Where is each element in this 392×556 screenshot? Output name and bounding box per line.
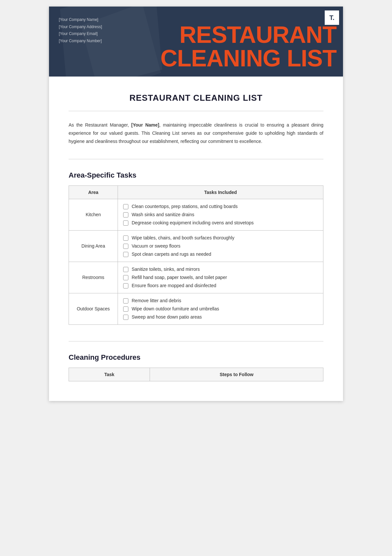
procedures-section-title: Cleaning Procedures [69,353,323,362]
task-items-cell-0: Clean countertops, prep stations, and cu… [118,199,323,230]
task-item-3-1: Wipe down outdoor furniture and umbrella… [123,306,318,312]
task-text: Wipe down outdoor furniture and umbrella… [132,306,219,311]
task-text: Wipe tables, chairs, and booth surfaces … [132,235,234,240]
task-text: Ensure floors are mopped and disinfected [132,283,216,288]
task-row-1: Dining AreaWipe tables, chairs, and boot… [69,230,323,262]
task-text: Remove litter and debris [132,298,181,303]
content: RESTAURANT CLEANING LIST As the Restaura… [49,77,343,401]
divider-3 [69,341,323,341]
intro-prefix: As the Restaurant Manager, [69,122,131,128]
task-area-3: Outdoor Spaces [69,293,118,324]
col-tasks: Tasks Included [118,185,323,199]
checkbox-icon [123,298,128,304]
task-area-1: Dining Area [69,230,118,262]
checkbox-icon [123,275,128,280]
task-item-0-1: Wash sinks and sanitize drains [123,212,318,217]
header-right: T. RESTAURANT CLEANING LIST [140,7,343,77]
task-text: Wash sinks and sanitize drains [132,212,194,217]
checkbox-icon [123,220,128,226]
procedures-table: Task Steps to Follow [69,368,323,381]
header-left: [Your Company Name] [Your Company Addres… [49,7,140,77]
task-items-cell-3: Remove litter and debrisWipe down outdoo… [118,293,323,324]
checkbox-icon [123,283,128,288]
intro-name: [Your Name] [131,122,159,128]
task-text: Clean countertops, prep stations, and cu… [132,204,238,209]
task-row-2: RestroomsSanitize toilets, sinks, and mi… [69,262,323,293]
task-item-1-2: Spot clean carpets and rugs as needed [123,252,318,257]
area-section-title: Area-Specific Tasks [69,171,323,180]
task-item-2-1: Refill hand soap, paper towels, and toil… [123,275,318,280]
checkbox-icon [123,315,128,320]
divider-2 [69,159,323,159]
task-row-3: Outdoor SpacesRemove litter and debrisWi… [69,293,323,324]
task-text: Sweep and hose down patio areas [132,314,202,320]
header-title-line2: CLEANING LIST [160,46,336,70]
task-item-2-0: Sanitize toilets, sinks, and mirrors [123,267,318,272]
task-text: Vacuum or sweep floors [132,243,180,249]
company-info: [Your Company Name] [Your Company Addres… [59,16,131,44]
document-title: RESTAURANT CLEANING LIST [69,93,323,103]
logo-badge: T. [325,10,339,25]
page: [Your Company Name] [Your Company Addres… [49,7,343,401]
task-items-cell-2: Sanitize toilets, sinks, and mirrorsRefi… [118,262,323,293]
proc-col-task: Task [69,368,150,381]
task-text: Degrease cooking equipment including ove… [132,220,254,225]
task-item-1-0: Wipe tables, chairs, and booth surfaces … [123,235,318,241]
task-item-3-0: Remove litter and debris [123,298,318,304]
task-row-0: KitchenClean countertops, prep stations,… [69,199,323,230]
header-title-line1: RESTAURANT [160,23,336,46]
checkbox-icon [123,235,128,241]
company-email: [Your Company Email] [59,30,131,38]
checkbox-icon [123,252,128,257]
task-item-1-1: Vacuum or sweep floors [123,243,318,249]
checkbox-icon [123,244,128,249]
task-item-2-2: Ensure floors are mopped and disinfected [123,283,318,288]
task-text: Spot clean carpets and rugs as needed [132,252,211,257]
procedures-table-header-row: Task Steps to Follow [69,368,323,381]
proc-col-steps: Steps to Follow [150,368,323,381]
checkbox-icon [123,204,128,209]
divider-1 [69,111,323,111]
header: [Your Company Name] [Your Company Addres… [49,7,343,77]
tasks-table-header-row: Area Tasks Included [69,185,323,199]
task-items-cell-1: Wipe tables, chairs, and booth surfaces … [118,230,323,262]
company-number: [Your Company Number] [59,38,131,45]
checkbox-icon [123,267,128,272]
col-area: Area [69,185,118,199]
checkbox-icon [123,306,128,312]
task-text: Refill hand soap, paper towels, and toil… [132,275,227,280]
checkbox-icon [123,212,128,217]
task-area-2: Restrooms [69,262,118,293]
company-address: [Your Company Address] [59,24,131,31]
task-item-3-2: Sweep and hose down patio areas [123,314,318,320]
header-title: RESTAURANT CLEANING LIST [160,23,336,70]
task-item-0-0: Clean countertops, prep stations, and cu… [123,204,318,209]
tasks-table: Area Tasks Included KitchenClean counter… [69,185,323,325]
intro-paragraph: As the Restaurant Manager, [Your Name], … [69,121,323,146]
task-area-0: Kitchen [69,199,118,230]
task-item-0-2: Degrease cooking equipment including ove… [123,220,318,226]
task-text: Sanitize toilets, sinks, and mirrors [132,267,200,272]
company-name: [Your Company Name] [59,16,131,24]
